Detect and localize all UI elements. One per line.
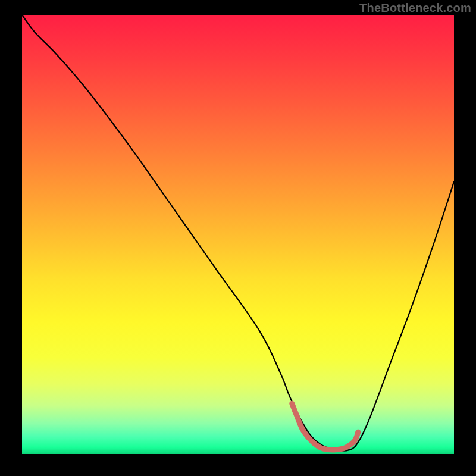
chart-frame: TheBottleneck.com xyxy=(0,0,476,476)
trough-marker xyxy=(292,403,358,450)
watermark-text: TheBottleneck.com xyxy=(359,1,471,15)
chart-svg xyxy=(22,15,454,454)
plot-area xyxy=(22,15,454,454)
curve-line xyxy=(22,15,454,451)
